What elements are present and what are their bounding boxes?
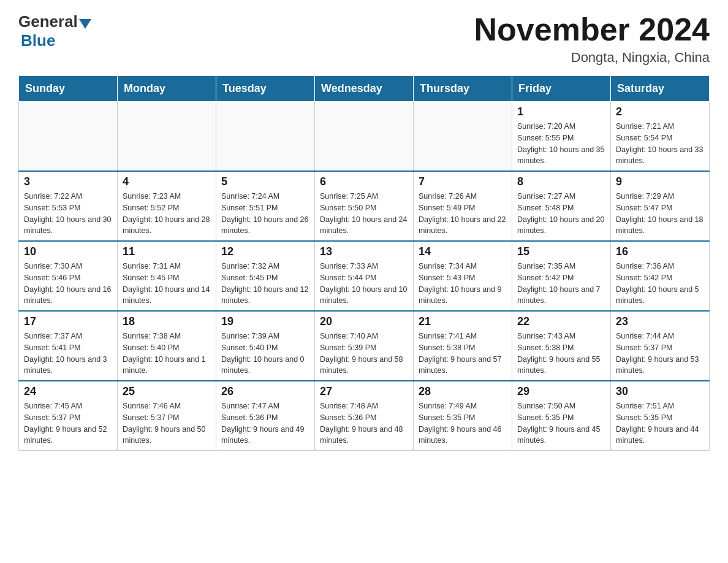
logo-blue-text: Blue — [21, 31, 55, 50]
day-number: 15 — [517, 245, 605, 258]
day-info: Sunrise: 7:22 AMSunset: 5:53 PMDaylight:… — [24, 191, 112, 237]
day-info: Sunrise: 7:24 AMSunset: 5:51 PMDaylight:… — [221, 191, 309, 237]
day-number: 11 — [123, 245, 211, 258]
calendar-cell: 29Sunrise: 7:50 AMSunset: 5:35 PMDayligh… — [512, 381, 611, 451]
day-number: 6 — [320, 175, 408, 188]
day-number: 30 — [616, 385, 704, 398]
calendar-cell: 20Sunrise: 7:40 AMSunset: 5:39 PMDayligh… — [315, 311, 414, 381]
day-number: 4 — [123, 175, 211, 188]
calendar-cell — [216, 102, 315, 172]
day-info: Sunrise: 7:45 AMSunset: 5:37 PMDaylight:… — [24, 400, 112, 446]
calendar-cell: 5Sunrise: 7:24 AMSunset: 5:51 PMDaylight… — [216, 171, 315, 241]
day-number: 17 — [24, 315, 112, 328]
calendar-cell — [315, 102, 414, 172]
calendar-week-row: 10Sunrise: 7:30 AMSunset: 5:46 PMDayligh… — [19, 241, 710, 311]
day-info: Sunrise: 7:33 AMSunset: 5:44 PMDaylight:… — [320, 261, 408, 307]
calendar-cell: 15Sunrise: 7:35 AMSunset: 5:42 PMDayligh… — [512, 241, 611, 311]
day-number: 20 — [320, 315, 408, 328]
day-number: 3 — [24, 175, 112, 188]
day-number: 9 — [616, 175, 704, 188]
calendar-week-row: 1Sunrise: 7:20 AMSunset: 5:55 PMDaylight… — [19, 102, 710, 172]
day-info: Sunrise: 7:47 AMSunset: 5:36 PMDaylight:… — [221, 400, 309, 446]
day-info: Sunrise: 7:27 AMSunset: 5:48 PMDaylight:… — [517, 191, 605, 237]
calendar-cell: 18Sunrise: 7:38 AMSunset: 5:40 PMDayligh… — [118, 311, 216, 381]
weekday-header: Wednesday — [315, 76, 414, 102]
day-info: Sunrise: 7:34 AMSunset: 5:43 PMDaylight:… — [419, 261, 507, 307]
day-info: Sunrise: 7:46 AMSunset: 5:37 PMDaylight:… — [123, 400, 211, 446]
day-info: Sunrise: 7:44 AMSunset: 5:37 PMDaylight:… — [616, 331, 704, 377]
day-info: Sunrise: 7:38 AMSunset: 5:40 PMDaylight:… — [123, 331, 211, 377]
day-info: Sunrise: 7:41 AMSunset: 5:38 PMDaylight:… — [419, 331, 507, 377]
calendar-cell: 25Sunrise: 7:46 AMSunset: 5:37 PMDayligh… — [118, 381, 216, 451]
day-info: Sunrise: 7:25 AMSunset: 5:50 PMDaylight:… — [320, 191, 408, 237]
day-info: Sunrise: 7:31 AMSunset: 5:45 PMDaylight:… — [123, 261, 211, 307]
calendar-cell: 7Sunrise: 7:26 AMSunset: 5:49 PMDaylight… — [414, 171, 512, 241]
calendar-cell: 9Sunrise: 7:29 AMSunset: 5:47 PMDaylight… — [611, 171, 710, 241]
day-number: 21 — [419, 315, 507, 328]
calendar-cell: 14Sunrise: 7:34 AMSunset: 5:43 PMDayligh… — [414, 241, 512, 311]
weekday-header: Monday — [118, 76, 216, 102]
day-number: 18 — [123, 315, 211, 328]
weekday-header: Saturday — [611, 76, 710, 102]
calendar-cell — [19, 102, 118, 172]
day-number: 7 — [419, 175, 507, 188]
day-info: Sunrise: 7:48 AMSunset: 5:36 PMDaylight:… — [320, 400, 408, 446]
day-number: 26 — [221, 385, 309, 398]
logo-general-text: General — [18, 12, 78, 31]
day-number: 14 — [419, 245, 507, 258]
day-number: 2 — [616, 105, 704, 118]
day-number: 1 — [517, 105, 605, 118]
day-number: 16 — [616, 245, 704, 258]
calendar-week-row: 24Sunrise: 7:45 AMSunset: 5:37 PMDayligh… — [19, 381, 710, 451]
day-number: 27 — [320, 385, 408, 398]
calendar-cell: 3Sunrise: 7:22 AMSunset: 5:53 PMDaylight… — [19, 171, 118, 241]
day-info: Sunrise: 7:20 AMSunset: 5:55 PMDaylight:… — [517, 121, 605, 167]
day-number: 8 — [517, 175, 605, 188]
calendar-cell: 23Sunrise: 7:44 AMSunset: 5:37 PMDayligh… — [611, 311, 710, 381]
day-info: Sunrise: 7:37 AMSunset: 5:41 PMDaylight:… — [24, 331, 112, 377]
calendar-cell: 21Sunrise: 7:41 AMSunset: 5:38 PMDayligh… — [414, 311, 512, 381]
calendar-cell: 28Sunrise: 7:49 AMSunset: 5:35 PMDayligh… — [414, 381, 512, 451]
day-number: 28 — [419, 385, 507, 398]
calendar-cell: 17Sunrise: 7:37 AMSunset: 5:41 PMDayligh… — [19, 311, 118, 381]
day-info: Sunrise: 7:32 AMSunset: 5:45 PMDaylight:… — [221, 261, 309, 307]
day-info: Sunrise: 7:51 AMSunset: 5:35 PMDaylight:… — [616, 400, 704, 446]
day-number: 12 — [221, 245, 309, 258]
page-subtitle: Dongta, Ningxia, China — [474, 50, 710, 66]
page-header: General Blue November 2024 Dongta, Ningx… — [18, 12, 710, 66]
calendar-cell: 24Sunrise: 7:45 AMSunset: 5:37 PMDayligh… — [19, 381, 118, 451]
day-number: 22 — [517, 315, 605, 328]
calendar-cell: 6Sunrise: 7:25 AMSunset: 5:50 PMDaylight… — [315, 171, 414, 241]
day-info: Sunrise: 7:21 AMSunset: 5:54 PMDaylight:… — [616, 121, 704, 167]
calendar-week-row: 17Sunrise: 7:37 AMSunset: 5:41 PMDayligh… — [19, 311, 710, 381]
calendar-cell: 12Sunrise: 7:32 AMSunset: 5:45 PMDayligh… — [216, 241, 315, 311]
calendar-cell: 30Sunrise: 7:51 AMSunset: 5:35 PMDayligh… — [611, 381, 710, 451]
calendar-cell: 26Sunrise: 7:47 AMSunset: 5:36 PMDayligh… — [216, 381, 315, 451]
calendar-cell: 2Sunrise: 7:21 AMSunset: 5:54 PMDaylight… — [611, 102, 710, 172]
calendar-week-row: 3Sunrise: 7:22 AMSunset: 5:53 PMDaylight… — [19, 171, 710, 241]
calendar-header-row: SundayMondayTuesdayWednesdayThursdayFrid… — [19, 76, 710, 102]
calendar-cell — [118, 102, 216, 172]
weekday-header: Friday — [512, 76, 611, 102]
day-number: 29 — [517, 385, 605, 398]
calendar-cell: 8Sunrise: 7:27 AMSunset: 5:48 PMDaylight… — [512, 171, 611, 241]
calendar-cell: 27Sunrise: 7:48 AMSunset: 5:36 PMDayligh… — [315, 381, 414, 451]
day-info: Sunrise: 7:26 AMSunset: 5:49 PMDaylight:… — [419, 191, 507, 237]
day-info: Sunrise: 7:30 AMSunset: 5:46 PMDaylight:… — [24, 261, 112, 307]
title-block: November 2024 Dongta, Ningxia, China — [474, 12, 710, 66]
calendar-cell: 11Sunrise: 7:31 AMSunset: 5:45 PMDayligh… — [118, 241, 216, 311]
day-info: Sunrise: 7:49 AMSunset: 5:35 PMDaylight:… — [419, 400, 507, 446]
day-number: 19 — [221, 315, 309, 328]
calendar-cell: 19Sunrise: 7:39 AMSunset: 5:40 PMDayligh… — [216, 311, 315, 381]
day-info: Sunrise: 7:43 AMSunset: 5:38 PMDaylight:… — [517, 331, 605, 377]
calendar-cell: 13Sunrise: 7:33 AMSunset: 5:44 PMDayligh… — [315, 241, 414, 311]
page-title: November 2024 — [474, 12, 710, 47]
calendar-cell: 1Sunrise: 7:20 AMSunset: 5:55 PMDaylight… — [512, 102, 611, 172]
day-number: 25 — [123, 385, 211, 398]
weekday-header: Sunday — [19, 76, 118, 102]
weekday-header: Tuesday — [216, 76, 315, 102]
calendar-cell — [414, 102, 512, 172]
day-number: 13 — [320, 245, 408, 258]
weekday-header: Thursday — [414, 76, 512, 102]
day-number: 10 — [24, 245, 112, 258]
